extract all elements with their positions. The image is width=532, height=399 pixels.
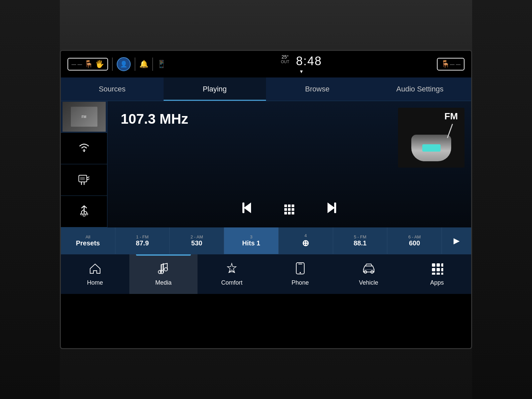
sidebar-item-wifi[interactable] bbox=[61, 133, 107, 164]
vent-right bbox=[472, 0, 532, 399]
grid-dot bbox=[288, 208, 291, 211]
preset-2am[interactable]: 2 - AM 530 bbox=[170, 227, 224, 254]
tab-playing[interactable]: Playing bbox=[164, 77, 266, 101]
preset-next-arrow[interactable]: ▶ bbox=[442, 227, 471, 254]
prev-button[interactable] bbox=[241, 201, 258, 217]
grid-button[interactable] bbox=[284, 204, 294, 214]
nav-media[interactable]: Media bbox=[129, 254, 198, 294]
controls-row bbox=[121, 201, 458, 217]
svg-point-0 bbox=[83, 151, 85, 152]
preset-5fm-label2: 88.1 bbox=[353, 239, 366, 247]
seat-dots-right: — — bbox=[450, 62, 461, 67]
tab-browse[interactable]: Browse bbox=[266, 77, 369, 101]
svg-rect-14 bbox=[298, 264, 302, 264]
time-display: 8:48 bbox=[296, 54, 322, 68]
sidebar-item-media[interactable] bbox=[61, 164, 107, 196]
svg-marker-8 bbox=[328, 202, 335, 213]
car-frame: — — 🪑 🖐 👤 🔔 📱 25 bbox=[0, 0, 532, 399]
nav-comfort[interactable]: Comfort bbox=[198, 254, 266, 294]
preset-5fm[interactable]: 5 - FM 88.1 bbox=[333, 227, 388, 254]
svg-rect-22 bbox=[432, 268, 435, 271]
sidebar-item-usb[interactable] bbox=[61, 196, 107, 227]
preset-5fm-label1: 5 - FM bbox=[354, 234, 366, 239]
nav-comfort-label: Comfort bbox=[221, 279, 242, 286]
tab-sources[interactable]: Sources bbox=[61, 77, 164, 101]
next-button[interactable] bbox=[321, 201, 337, 217]
wifi-icon bbox=[77, 141, 91, 155]
preset-4-label1: 4 bbox=[305, 233, 307, 238]
tab-audio-settings[interactable]: Audio Settings bbox=[369, 77, 471, 101]
bottom-nav: Home Media bbox=[61, 254, 471, 294]
nav-home[interactable]: Home bbox=[61, 254, 129, 294]
media-icon bbox=[157, 262, 170, 277]
apps-icon bbox=[431, 262, 443, 277]
grid-dot bbox=[284, 204, 287, 207]
svg-rect-3 bbox=[80, 213, 82, 215]
content-area: FM bbox=[61, 101, 471, 227]
preset-1fm[interactable]: 1 - FM 87.9 bbox=[115, 227, 170, 254]
preset-6am[interactable]: 6 - AM 600 bbox=[387, 227, 442, 254]
svg-rect-23 bbox=[437, 268, 440, 271]
radio-screen bbox=[422, 144, 441, 152]
preset-1fm-label1: 1 - FM bbox=[136, 234, 149, 239]
grid-dot bbox=[292, 212, 294, 214]
nav-vehicle[interactable]: Vehicle bbox=[334, 254, 403, 294]
grid-dot bbox=[284, 212, 287, 214]
preset-2am-label2: 530 bbox=[191, 239, 202, 247]
phone-status-icon[interactable]: 📱 bbox=[157, 60, 166, 68]
nav-phone-label: Phone bbox=[292, 279, 309, 286]
seat-icon-left: — — bbox=[71, 62, 82, 67]
vent-left bbox=[0, 0, 60, 399]
bell-icon[interactable]: 🔔 bbox=[139, 60, 148, 68]
svg-rect-7 bbox=[242, 202, 244, 213]
svg-rect-2 bbox=[80, 177, 85, 180]
nav-phone[interactable]: Phone bbox=[266, 254, 334, 294]
seat-control-right[interactable]: 🪑 — — bbox=[437, 58, 465, 70]
temperature-label: OUT bbox=[281, 60, 289, 64]
seat-heated-icon: 🪑 bbox=[84, 60, 93, 68]
nav-apps-label: Apps bbox=[430, 279, 444, 286]
vehicle-icon bbox=[361, 262, 376, 277]
presets-bar: All Presets 1 - FM 87.9 2 - AM 530 3 Hit… bbox=[61, 227, 471, 254]
svg-point-15 bbox=[300, 272, 301, 273]
grid-dot bbox=[288, 212, 291, 214]
comfort-icon bbox=[225, 262, 238, 277]
preset-all-label1: All bbox=[85, 234, 90, 239]
preset-1fm-label2: 87.9 bbox=[136, 239, 149, 247]
profile-icon[interactable]: 👤 bbox=[117, 57, 131, 71]
grid-dot bbox=[288, 204, 291, 207]
status-divider-1 bbox=[112, 58, 113, 71]
sidebar-item-album[interactable]: FM bbox=[61, 101, 107, 133]
nav-home-label: Home bbox=[87, 279, 103, 286]
preset-6am-label2: 600 bbox=[409, 239, 420, 247]
temperature-value: 25° bbox=[281, 54, 289, 60]
svg-rect-26 bbox=[437, 273, 440, 275]
playing-area: 107.3 MHz FM bbox=[107, 101, 471, 227]
svg-rect-4 bbox=[86, 213, 88, 215]
status-center: 25° OUT 8:48 ▼ bbox=[281, 54, 322, 74]
grid-dot bbox=[292, 204, 294, 207]
preset-all-label2: Presets bbox=[76, 239, 100, 247]
preset-6am-label1: 6 - AM bbox=[408, 234, 421, 239]
svg-rect-27 bbox=[441, 273, 443, 275]
nav-vehicle-label: Vehicle bbox=[359, 279, 378, 286]
status-divider-2 bbox=[135, 58, 135, 71]
nav-apps[interactable]: Apps bbox=[403, 254, 471, 294]
seat-control-left[interactable]: — — 🪑 🖐 bbox=[67, 58, 108, 70]
preset-4[interactable]: 4 ⊕ bbox=[279, 227, 333, 254]
phone-icon bbox=[295, 262, 305, 277]
preset-3-label2: Hits 1 bbox=[242, 239, 260, 247]
fm-label: FM bbox=[445, 108, 465, 122]
preset-4-icon: ⊕ bbox=[302, 238, 309, 248]
status-left: — — 🪑 🖐 👤 🔔 📱 bbox=[67, 57, 166, 71]
preset-3[interactable]: 3 Hits 1 bbox=[224, 227, 279, 254]
preset-all[interactable]: All Presets bbox=[61, 227, 115, 254]
svg-rect-19 bbox=[432, 263, 435, 267]
svg-rect-9 bbox=[334, 202, 336, 213]
usb-icon bbox=[78, 204, 90, 219]
tabs: Sources Playing Browse Audio Settings bbox=[61, 77, 471, 101]
svg-marker-6 bbox=[244, 202, 251, 213]
grid-dot bbox=[292, 208, 294, 211]
seat-icon-right: 🪑 bbox=[441, 60, 450, 68]
music-icon bbox=[77, 173, 91, 187]
